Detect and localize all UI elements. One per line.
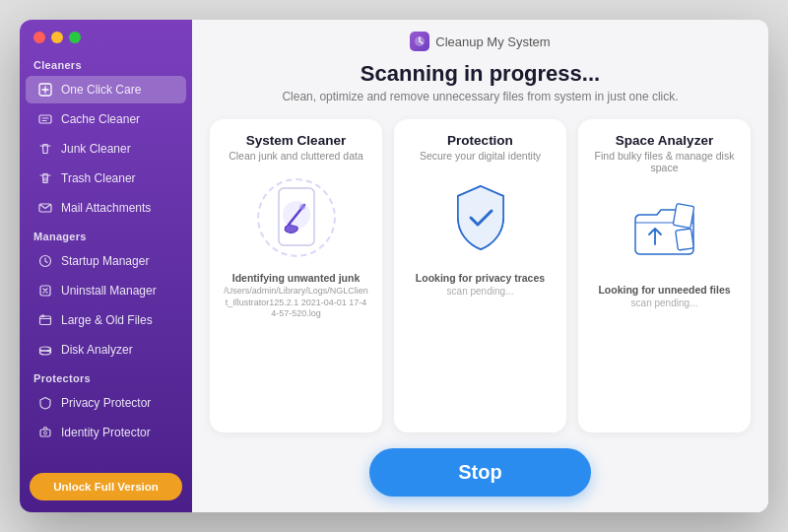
stop-button-row: Stop xyxy=(192,440,768,512)
app-title: Cleanup My System xyxy=(435,34,550,49)
startup-icon xyxy=(37,253,53,269)
space-analyzer-subtitle: Find bulky files & manage disk space xyxy=(592,150,737,173)
trash-cleaner-icon xyxy=(37,170,53,186)
page-subheading: Clean, optimize and remove unnecessary f… xyxy=(212,90,749,103)
shield-illustration xyxy=(446,178,515,257)
svg-rect-9 xyxy=(40,430,50,436)
space-analyzer-illustration xyxy=(621,185,709,274)
sidebar-item-uninstall-manager[interactable]: Uninstall Manager xyxy=(26,277,186,304)
sidebar-item-trash-cleaner[interactable]: Trash Cleaner xyxy=(26,165,186,192)
sidebar-item-label: Mail Attachments xyxy=(61,201,151,215)
system-cleaner-subtitle: Clean junk and cluttered data xyxy=(229,150,363,162)
large-files-icon xyxy=(37,312,53,328)
sidebar-item-label: Junk Cleaner xyxy=(61,142,131,156)
sidebar-item-cache-cleaner[interactable]: Cache Cleaner xyxy=(26,105,186,133)
svg-point-8 xyxy=(40,347,51,351)
window-controls xyxy=(20,20,192,51)
unlock-full-version-button[interactable]: Unlock Full Version xyxy=(30,473,182,500)
protection-pending: scan pending... xyxy=(447,286,514,297)
app-icon xyxy=(410,32,429,51)
folder-illustration xyxy=(627,195,701,264)
app-window: Cleaners One Click Care Cache Cleaner xyxy=(20,20,768,512)
managers-section-label: Managers xyxy=(20,223,192,246)
sidebar-item-label: Cache Cleaner xyxy=(61,112,140,126)
protection-illustration xyxy=(436,173,525,262)
stop-button[interactable]: Stop xyxy=(369,448,590,497)
sidebar-item-mail-attachments[interactable]: Mail Attachments xyxy=(26,194,186,222)
protectors-section-label: Protectors xyxy=(20,365,192,388)
mail-icon xyxy=(37,200,53,216)
one-click-care-icon xyxy=(37,82,53,98)
titlebar: Cleanup My System xyxy=(192,20,768,55)
protection-subtitle: Secure your digital identity xyxy=(420,150,541,162)
page-title: Scanning in progress... xyxy=(212,61,749,87)
sidebar-item-label: Large & Old Files xyxy=(61,313,153,327)
svg-rect-15 xyxy=(673,204,694,229)
sidebar-item-label: Trash Cleaner xyxy=(61,171,136,185)
sidebar-item-privacy-protector[interactable]: Privacy Protector xyxy=(26,389,186,417)
page-heading: Scanning in progress... Clean, optimize … xyxy=(192,55,768,105)
identity-icon xyxy=(37,425,53,440)
main-content: Cleanup My System Scanning in progress..… xyxy=(192,20,768,512)
sidebar: Cleaners One Click Care Cache Cleaner xyxy=(20,20,192,512)
minimize-button[interactable] xyxy=(51,32,63,43)
uninstall-icon xyxy=(37,283,53,299)
space-analyzer-pending: scan pending... xyxy=(631,298,698,308)
sidebar-item-label: Privacy Protector xyxy=(61,396,151,410)
sidebar-item-label: One Click Care xyxy=(61,83,141,97)
svg-rect-5 xyxy=(40,316,51,325)
junk-cleaner-icon xyxy=(37,141,53,157)
system-cleaner-title: System Cleaner xyxy=(246,133,346,148)
sidebar-item-one-click-care[interactable]: One Click Care xyxy=(26,76,186,103)
maximize-button[interactable] xyxy=(69,32,81,43)
sidebar-item-label: Identity Protector xyxy=(61,426,151,439)
protection-title: Protection xyxy=(447,133,513,148)
svg-point-10 xyxy=(44,432,47,434)
disk-icon xyxy=(37,342,53,358)
svg-rect-1 xyxy=(39,115,51,123)
sidebar-item-identity-protector[interactable]: Identity Protector xyxy=(26,419,186,446)
privacy-icon xyxy=(37,395,53,411)
system-cleaner-card: System Cleaner Clean junk and cluttered … xyxy=(210,119,382,432)
system-cleaner-status: Identifying unwanted junk xyxy=(232,272,361,284)
close-button[interactable] xyxy=(33,32,45,43)
sidebar-item-label: Disk Analyzer xyxy=(61,343,133,357)
spin-ring xyxy=(257,178,336,257)
cards-container: System Cleaner Clean junk and cluttered … xyxy=(192,105,768,440)
sidebar-item-disk-analyzer[interactable]: Disk Analyzer xyxy=(26,336,186,364)
space-analyzer-card: Space Analyzer Find bulky files & manage… xyxy=(578,119,751,432)
system-cleaner-illustration xyxy=(252,173,341,262)
system-cleaner-file: /Users/admin/Library/Logs/NGLClient_Illu… xyxy=(224,286,368,320)
protection-status: Looking for privacy traces xyxy=(416,272,545,284)
cleaners-section-label: Cleaners xyxy=(20,51,192,75)
sidebar-item-label: Uninstall Manager xyxy=(61,284,157,298)
protection-card: Protection Secure your digital identity … xyxy=(394,119,566,432)
sidebar-item-label: Startup Manager xyxy=(61,254,149,268)
cache-cleaner-icon xyxy=(37,111,53,127)
svg-point-7 xyxy=(40,351,51,355)
space-analyzer-status: Looking for unneeded files xyxy=(598,284,730,296)
svg-rect-16 xyxy=(676,229,694,250)
sidebar-item-large-old-files[interactable]: Large & Old Files xyxy=(26,306,186,334)
space-analyzer-title: Space Analyzer xyxy=(616,133,713,148)
sidebar-item-junk-cleaner[interactable]: Junk Cleaner xyxy=(26,135,186,163)
sidebar-item-startup-manager[interactable]: Startup Manager xyxy=(26,247,186,275)
